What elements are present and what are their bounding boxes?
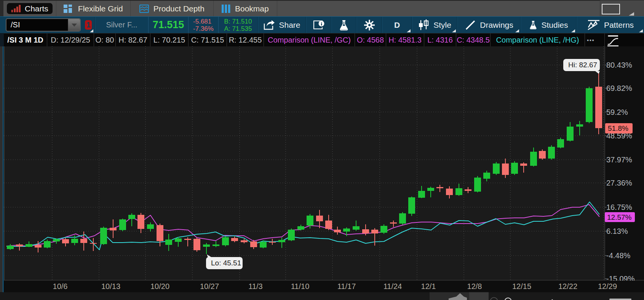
svg-text:6.13%: 6.13%	[606, 227, 628, 235]
svg-text:10/13: 10/13	[101, 282, 120, 290]
svg-text:80.43%: 80.43%	[606, 61, 632, 69]
svg-text:11/10: 11/10	[291, 282, 310, 290]
svg-text:69.82%: 69.82%	[606, 84, 632, 92]
svg-text:10/6: 10/6	[53, 282, 68, 290]
svg-text:37.97%: 37.97%	[606, 156, 632, 164]
svg-text:12/22: 12/22	[558, 282, 577, 290]
svg-text:12/8: 12/8	[467, 282, 482, 290]
svg-text:10/20: 10/20	[150, 282, 169, 290]
svg-text:11/3: 11/3	[248, 282, 262, 290]
svg-text:16.75%: 16.75%	[606, 203, 632, 211]
svg-text:59.2%: 59.2%	[606, 108, 628, 116]
svg-text:12/15: 12/15	[512, 282, 531, 290]
svg-text:12/1: 12/1	[421, 282, 436, 290]
svg-text:11/24: 11/24	[384, 282, 402, 290]
svg-text:27.36%: 27.36%	[606, 179, 632, 187]
svg-text:-4.48%: -4.48%	[606, 251, 631, 260]
svg-text:Hi: 82.67: Hi: 82.67	[568, 61, 597, 69]
svg-text:11/17: 11/17	[337, 282, 356, 290]
svg-text:Lo: 45.51: Lo: 45.51	[211, 259, 241, 267]
svg-text:51.8%: 51.8%	[608, 124, 628, 132]
svg-text:10/27: 10/27	[200, 282, 219, 290]
svg-text:12.57%: 12.57%	[607, 213, 632, 221]
svg-text:12/29: 12/29	[598, 282, 617, 290]
